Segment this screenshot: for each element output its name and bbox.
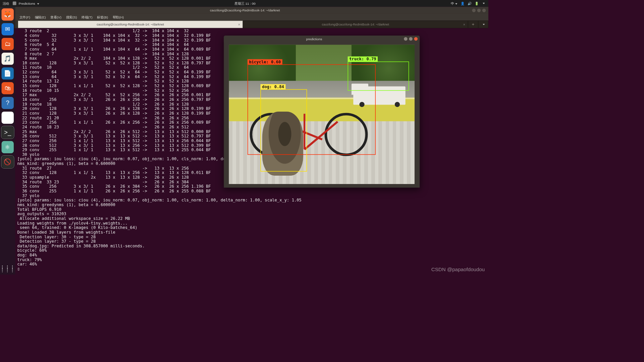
predictions-window[interactable]: predictions bicycle: 0.60truck: 0.79dog:… bbox=[224, 36, 420, 187]
input-method-indicator[interactable]: 中 bbox=[451, 1, 457, 6]
chrome-icon[interactable]: ◉ bbox=[2, 112, 14, 124]
clock[interactable]: 星期三 11 : 00 bbox=[39, 1, 451, 6]
window-close-icon[interactable] bbox=[482, 8, 486, 12]
tab-label: caozilong@caozilong-RedmiBook-14: ~/dark… bbox=[322, 22, 389, 26]
dock: 🦊✉🗂🎵📄🛍?◉>_⚛🚫⋮⋮⋮⋮⋮⋮⋮⋮⋮ bbox=[0, 7, 15, 274]
close-icon[interactable]: × bbox=[463, 22, 465, 26]
menu-item[interactable]: 文件(F) bbox=[19, 15, 30, 19]
window-title-label: caozilong@caozilong-RedmiBook-14: ~/dark… bbox=[18, 8, 472, 12]
pred-minimize-icon[interactable] bbox=[404, 37, 408, 41]
detection-bbox: truck: 0.79 bbox=[348, 61, 409, 90]
close-icon[interactable]: × bbox=[238, 22, 240, 26]
thunderbird-icon[interactable]: ✉ bbox=[2, 23, 14, 35]
menu-item[interactable]: 搜索(S) bbox=[66, 15, 77, 19]
terminal-tabs: caozilong@caozilong-RedmiBook-14: ~/dark… bbox=[0, 20, 488, 28]
window-maximize-icon[interactable] bbox=[477, 8, 481, 12]
predictions-app-icon bbox=[13, 2, 16, 5]
image-viewer-icon[interactable]: 🚫 bbox=[2, 156, 14, 168]
menu-bar: 文件(F)编辑(E)查看(V)搜索(S)终端(T)标签(B)帮助(H) bbox=[0, 14, 488, 20]
software-icon[interactable]: 🛍 bbox=[2, 82, 14, 94]
app-menu-label: Predictions bbox=[19, 2, 35, 5]
tabs-menu-button[interactable] bbox=[478, 20, 488, 28]
top-panel: 活动 Predictions 星期三 11 : 00 中 👤 🔊 🔋 bbox=[0, 0, 488, 7]
watermark-text: CSDN @papaofdoudou bbox=[431, 266, 485, 272]
window-titlebar: caozilong@caozilong-RedmiBook-14: ~/dark… bbox=[0, 7, 488, 13]
detection-label: dog: 0.84 bbox=[261, 84, 286, 89]
menu-item[interactable]: 帮助(H) bbox=[113, 15, 124, 19]
predictions-title-label: predictions bbox=[226, 37, 402, 41]
detection-bbox: dog: 0.84 bbox=[261, 89, 307, 171]
pred-close-icon[interactable] bbox=[414, 37, 418, 41]
scene-wheel bbox=[395, 102, 400, 107]
tab-label: caozilong@caozilong-RedmiBook-14: ~/dark… bbox=[97, 22, 164, 26]
battery-icon[interactable]: 🔋 bbox=[475, 2, 479, 5]
system-menu-chevron-icon[interactable] bbox=[483, 3, 485, 4]
activities-button[interactable]: 活动 bbox=[3, 1, 9, 6]
rhythmbox-icon[interactable]: 🎵 bbox=[2, 53, 14, 65]
menu-item[interactable]: 查看(V) bbox=[50, 15, 61, 19]
files-icon[interactable]: 🗂 bbox=[2, 38, 14, 50]
terminal-tab[interactable]: caozilong@caozilong-RedmiBook-14: ~/dark… bbox=[243, 20, 468, 28]
new-tab-button[interactable]: + bbox=[468, 20, 478, 28]
detection-label: bicycle: 0.60 bbox=[248, 59, 282, 64]
writer-icon[interactable]: 📄 bbox=[2, 67, 14, 79]
terminal-icon[interactable]: >_ bbox=[2, 126, 14, 138]
predictions-titlebar[interactable]: predictions bbox=[224, 36, 420, 42]
firefox-icon[interactable]: 🦊 bbox=[2, 8, 14, 20]
menu-item[interactable]: 编辑(E) bbox=[35, 15, 46, 19]
help-icon[interactable]: ? bbox=[2, 97, 14, 109]
menu-item[interactable]: 标签(B) bbox=[97, 15, 108, 19]
atom-icon[interactable]: ⚛ bbox=[2, 141, 14, 153]
a11y-icon[interactable]: 👤 bbox=[461, 2, 465, 5]
pred-maximize-icon[interactable] bbox=[409, 37, 413, 41]
terminal-tab[interactable]: caozilong@caozilong-RedmiBook-14: ~/dark… bbox=[18, 20, 243, 28]
predictions-image: bicycle: 0.60truck: 0.79dog: 0.84 bbox=[229, 45, 415, 184]
show-applications-icon[interactable]: ⋮⋮⋮⋮⋮⋮⋮⋮⋮ bbox=[0, 266, 15, 271]
detection-label: truck: 0.79 bbox=[348, 56, 378, 62]
menu-item[interactable]: 终端(T) bbox=[82, 15, 92, 19]
app-menu[interactable]: Predictions bbox=[13, 2, 39, 5]
window-minimize-icon[interactable] bbox=[472, 8, 476, 12]
volume-icon[interactable]: 🔊 bbox=[468, 2, 472, 5]
